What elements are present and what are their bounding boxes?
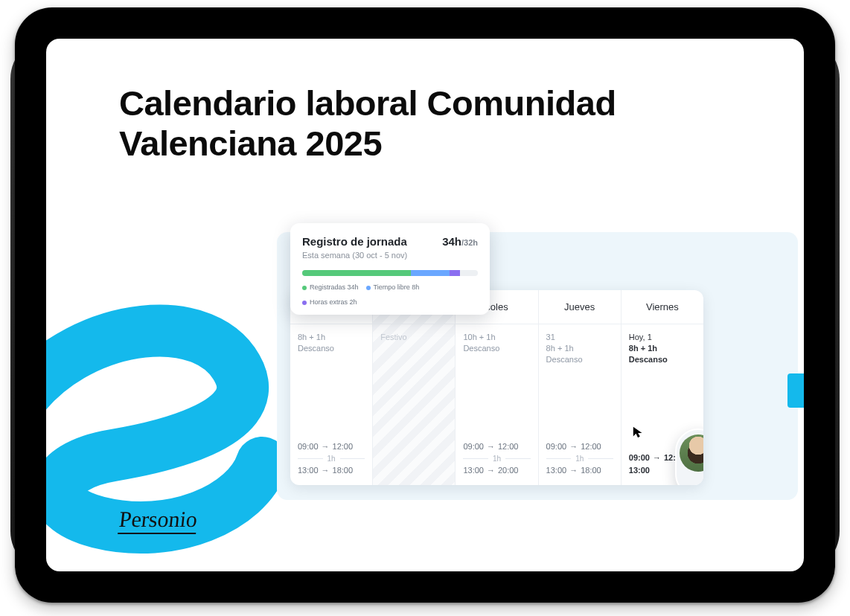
side-accent-tab	[787, 373, 804, 408]
tracker-hours: 34h/32h	[442, 235, 478, 248]
day-summary: 8h + 1h Descanso	[290, 324, 372, 365]
day-column-wed: coles 10h + 1h Descanso 09:00→12:00 1h 1…	[455, 290, 537, 485]
time-tracker-card: Registro de jornada 34h/32h Esta semana …	[290, 223, 490, 315]
legend-item: Horas extras 2h	[302, 298, 357, 306]
cursor-icon	[632, 426, 645, 439]
bar-segment-registered	[302, 270, 411, 276]
day-header: Viernes	[621, 290, 703, 324]
day-times: 09:00→12:00 1h 13:00→20:00	[456, 434, 537, 485]
legend-item: Tiempo libre 8h	[366, 283, 420, 291]
tracker-title: Registro de jornada	[302, 235, 407, 248]
tablet-frame: Calendario laboral Comunidad Valenciana …	[15, 7, 835, 603]
legend-item: Registradas 34h	[302, 283, 359, 291]
feature-panel: 8h + 1h Descanso 09:00→12:00 1h 13:00→18…	[277, 232, 798, 500]
page-title: Calendario laboral Comunidad Valenciana …	[119, 83, 700, 164]
day-header: Jueves	[539, 290, 621, 324]
bar-segment-extra	[450, 270, 460, 276]
week-calendar-card: 8h + 1h Descanso 09:00→12:00 1h 13:00→18…	[290, 290, 703, 485]
avatar	[680, 434, 703, 472]
day-column-tue-holiday: Festivo	[372, 290, 455, 485]
screen: Calendario laboral Comunidad Valenciana …	[46, 39, 804, 571]
day-column-mon: 8h + 1h Descanso 09:00→12:00 1h 13:00→18…	[290, 290, 372, 485]
day-summary: 31 8h + 1h Descanso	[539, 324, 621, 376]
day-summary: Festivo	[373, 324, 455, 353]
day-times: 09:00→12:00 1h 13:00→18:00	[539, 434, 621, 485]
day-summary: 10h + 1h Descanso	[456, 324, 537, 365]
bar-segment-free	[411, 270, 450, 276]
tracker-progress-bar	[302, 270, 478, 276]
brand-logo: Personio	[118, 507, 199, 534]
day-summary: Hoy, 1 8h + 1h Descanso	[621, 324, 703, 376]
tracker-subtitle: Esta semana (30 oct - 5 nov)	[302, 251, 478, 260]
tracker-legend: Registradas 34h Tiempo libre 8h Horas ex…	[302, 283, 478, 306]
day-times: 09:00→12:00 1h 13:00→18:00	[290, 434, 372, 485]
day-column-thu: Jueves 31 8h + 1h Descanso 09:00→12:00 1…	[538, 290, 621, 485]
avatar-pill	[675, 429, 703, 485]
